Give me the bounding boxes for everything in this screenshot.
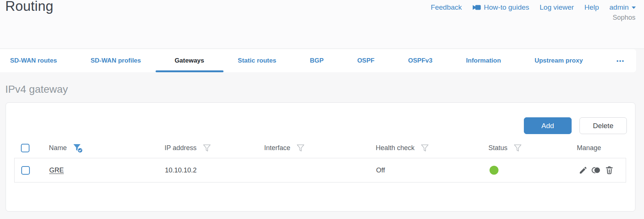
gateway-table-card: Add Delete Name IP address Interface xyxy=(6,102,635,212)
column-header-status: Status xyxy=(488,144,507,152)
gateway-ip-cell: 10.10.10.2 xyxy=(165,158,197,182)
tab-bgp[interactable]: BGP xyxy=(310,49,323,72)
filter-icon-name-active[interactable] xyxy=(72,143,83,153)
filter-icon-status[interactable] xyxy=(513,144,522,153)
tab-bar: SD-WAN routes SD-WAN profiles Gateways S… xyxy=(0,49,636,72)
section-heading: IPv4 gateway xyxy=(5,83,68,95)
tab-gateways[interactable]: Gateways xyxy=(175,49,204,72)
caret-down-icon xyxy=(632,6,636,9)
gateway-name-link[interactable]: GRE xyxy=(49,166,64,174)
filter-icon-interface[interactable] xyxy=(296,144,305,153)
help-link[interactable]: Help xyxy=(584,3,599,12)
header: Routing Feedback How-to guides Log viewe… xyxy=(0,0,644,49)
filter-icon-health-check[interactable] xyxy=(420,144,429,153)
vendor-label: Sophos xyxy=(613,14,635,22)
tab-information[interactable]: Information xyxy=(466,49,501,72)
feedback-link[interactable]: Feedback xyxy=(431,3,462,12)
filter-icon-ip[interactable] xyxy=(202,144,212,153)
manage-actions xyxy=(578,158,615,182)
clone-icon[interactable] xyxy=(591,165,601,175)
column-header-manage: Manage xyxy=(577,144,601,152)
delete-icon[interactable] xyxy=(604,165,615,175)
tab-static-routes[interactable]: Static routes xyxy=(238,49,276,72)
top-nav: Feedback How-to guides Log viewer Help a… xyxy=(431,3,636,12)
column-header-interface: Interface xyxy=(264,144,290,152)
status-dot xyxy=(490,166,498,175)
column-header-name: Name xyxy=(49,144,67,152)
edit-icon[interactable] xyxy=(578,165,588,175)
table-row: GRE 10.10.10.2 Off xyxy=(15,158,626,182)
howto-guides-link[interactable]: How-to guides xyxy=(472,3,529,12)
admin-menu[interactable]: admin xyxy=(609,3,636,12)
delete-button[interactable]: Delete xyxy=(579,117,627,134)
video-camera-icon xyxy=(472,4,481,10)
tab-sdwan-routes[interactable]: SD-WAN routes xyxy=(10,49,57,72)
row-checkbox[interactable] xyxy=(21,166,30,175)
table-body: GRE 10.10.10.2 Off xyxy=(14,158,626,182)
tab-overflow-menu[interactable]: ••• xyxy=(616,49,625,72)
table-header: Name IP address Interface Health check xyxy=(6,138,635,158)
tab-sdwan-profiles[interactable]: SD-WAN profiles xyxy=(91,49,141,72)
log-viewer-link[interactable]: Log viewer xyxy=(540,3,574,12)
tab-ospfv3[interactable]: OSPFv3 xyxy=(408,49,432,72)
tab-upstream-proxy[interactable]: Upstream proxy xyxy=(535,49,583,72)
select-all-checkbox[interactable] xyxy=(21,144,29,152)
column-header-health-check: Health check xyxy=(376,144,415,152)
add-button[interactable]: Add xyxy=(524,117,572,134)
tab-ospf[interactable]: OSPF xyxy=(357,49,374,72)
page-title: Routing xyxy=(5,0,53,14)
gateway-health-cell: Off xyxy=(376,158,385,182)
column-header-ip: IP address xyxy=(165,144,197,152)
